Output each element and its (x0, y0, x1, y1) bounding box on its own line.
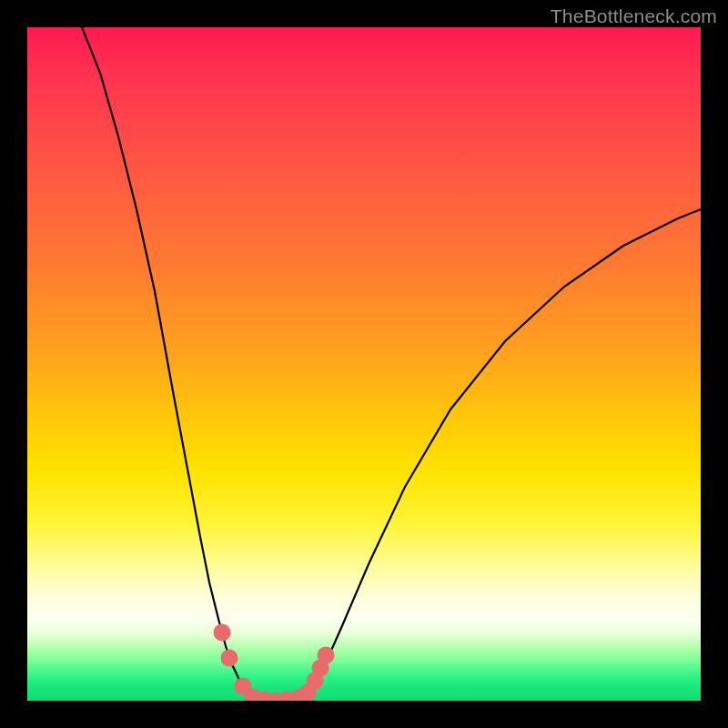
chart-plot-area (27, 27, 701, 701)
marker-group (214, 624, 335, 702)
curve-group (82, 27, 701, 701)
data-marker (214, 624, 231, 642)
data-marker (221, 650, 238, 667)
watermark-text: TheBottleneck.com (551, 5, 717, 27)
bottleneck-curve (82, 27, 701, 701)
data-marker (318, 647, 335, 664)
chart-frame: TheBottleneck.com (0, 0, 728, 728)
chart-svg (27, 27, 701, 701)
